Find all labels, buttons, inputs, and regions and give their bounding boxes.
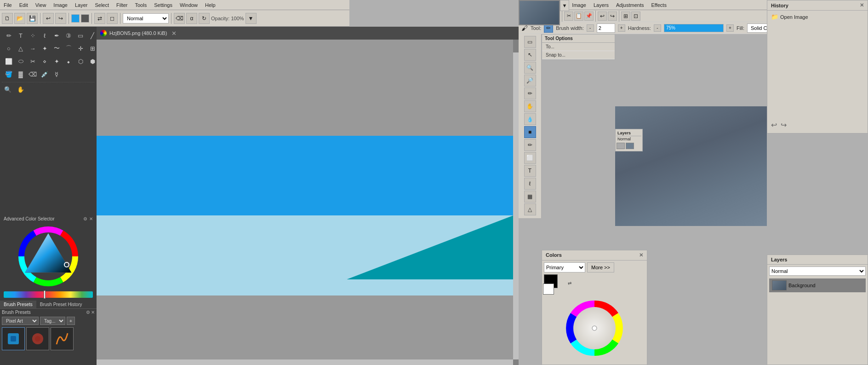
brush-tag-select[interactable]: Tag... bbox=[40, 317, 65, 325]
r-redo[interactable]: ↪ bbox=[608, 12, 617, 21]
to-snap[interactable]: Snap to... bbox=[542, 51, 615, 59]
save-button[interactable]: 💾 bbox=[27, 13, 38, 24]
menu-file[interactable]: File bbox=[2, 1, 14, 9]
menu-filter[interactable]: Filter bbox=[114, 1, 129, 9]
rt-paint[interactable]: ✏ bbox=[524, 87, 536, 99]
color-wheel[interactable] bbox=[16, 224, 80, 289]
color-selector-close[interactable]: ✕ bbox=[89, 216, 93, 221]
menu-image[interactable]: Image bbox=[51, 1, 69, 9]
rt-zoom2[interactable]: 🔎 bbox=[524, 75, 536, 87]
bg-color-swatch[interactable] bbox=[543, 284, 554, 295]
menu-help[interactable]: Help bbox=[203, 1, 217, 9]
hard-plus[interactable]: + bbox=[726, 24, 734, 32]
history-undo[interactable]: ↩ bbox=[771, 121, 777, 129]
rt-brush[interactable]: ✏ bbox=[524, 139, 536, 151]
tool-gradient[interactable]: ▓ bbox=[15, 69, 26, 80]
tool-select5[interactable]: ⬢ bbox=[87, 56, 98, 67]
rt-select-rect[interactable]: ▭ bbox=[524, 36, 536, 48]
right-canvas-image[interactable] bbox=[615, 106, 767, 226]
rt-color[interactable]: ■ bbox=[524, 126, 536, 138]
colors-close[interactable]: ✕ bbox=[639, 252, 643, 258]
bw-minus[interactable]: - bbox=[587, 24, 594, 32]
menu-settings[interactable]: Settings bbox=[152, 1, 174, 9]
rt-erase[interactable]: ⬜ bbox=[524, 152, 536, 164]
tool-select-crop[interactable]: ⬡ bbox=[75, 56, 86, 67]
rt-polygon[interactable]: △ bbox=[524, 203, 536, 215]
layers-blend-mode[interactable]: Normal bbox=[769, 267, 866, 276]
tab-close[interactable]: ✕ bbox=[171, 30, 177, 37]
bp-settings[interactable]: ⚙ bbox=[86, 310, 90, 315]
rt-zoom[interactable]: 🔍 bbox=[524, 62, 536, 74]
canvas-scroll[interactable] bbox=[97, 40, 519, 365]
bp-close[interactable]: ✕ bbox=[91, 310, 95, 315]
brush-category-select[interactable]: Pixel Art bbox=[2, 317, 39, 325]
brush-presets-tab[interactable]: Brush Presets bbox=[0, 301, 36, 308]
brush-item-3[interactable] bbox=[51, 327, 74, 350]
tool-eyedropper[interactable]: 💉 bbox=[39, 69, 50, 80]
history-redo[interactable]: ↪ bbox=[781, 121, 787, 129]
colors-type-select[interactable]: Primary bbox=[544, 262, 585, 272]
preserve-alpha[interactable]: α bbox=[186, 13, 197, 24]
tool-circle[interactable]: ○ bbox=[3, 43, 14, 54]
colors-wheel[interactable] bbox=[565, 298, 624, 358]
layer-item-background[interactable]: Background bbox=[769, 278, 866, 292]
tool-polygon[interactable]: △ bbox=[15, 43, 26, 54]
tool-select-rect[interactable]: ⬜ bbox=[3, 56, 14, 67]
redo-button[interactable]: ↪ bbox=[55, 13, 66, 24]
hue-bar[interactable] bbox=[4, 291, 93, 298]
erase-toggle[interactable]: ⌫ bbox=[174, 13, 185, 24]
r-cut[interactable]: ✂ bbox=[564, 12, 573, 21]
rt-grid[interactable]: ▦ bbox=[524, 191, 536, 203]
bw-plus[interactable]: + bbox=[618, 24, 625, 32]
tool-select-ellipse[interactable]: ⬭ bbox=[15, 56, 26, 67]
tool-arrow[interactable]: → bbox=[27, 43, 38, 54]
canvas-scrollbar-h[interactable] bbox=[97, 359, 513, 365]
tool-select-magic[interactable]: ⋄ bbox=[39, 56, 50, 67]
fg-color[interactable] bbox=[71, 14, 80, 23]
r-menu-layers[interactable]: Layers bbox=[592, 1, 611, 9]
canvas-scrollbar-v[interactable] bbox=[513, 52, 519, 359]
rt-fill[interactable]: 💧 bbox=[524, 113, 536, 125]
layer-vis-toggle[interactable] bbox=[617, 143, 625, 149]
history-close[interactable]: ✕ bbox=[860, 2, 864, 8]
tool-star[interactable]: ✦ bbox=[39, 43, 50, 54]
reset-colors[interactable]: ◻ bbox=[107, 13, 118, 24]
rt-move[interactable]: ↖ bbox=[524, 49, 536, 61]
tool-fill[interactable]: 🪣 bbox=[3, 69, 14, 80]
tool-freehand[interactable]: 〜 bbox=[51, 43, 62, 54]
colors-more-button[interactable]: More >> bbox=[587, 262, 614, 272]
tool-paint[interactable]: ✏ bbox=[3, 30, 14, 41]
tool-brush2[interactable]: ✒ bbox=[51, 30, 62, 41]
menu-tools[interactable]: Tools bbox=[133, 1, 149, 9]
r-ref[interactable]: ⊡ bbox=[631, 12, 640, 21]
tool-zoom[interactable]: 🔍 bbox=[2, 84, 13, 95]
r-menu-adjustments[interactable]: Adjustments bbox=[614, 1, 646, 9]
rt-bezier[interactable]: ℓ bbox=[524, 178, 536, 190]
hard-minus[interactable]: - bbox=[654, 24, 661, 32]
blend-mode-select[interactable]: Normal bbox=[123, 13, 169, 23]
swap-colors[interactable]: ⇄ bbox=[94, 13, 105, 24]
r-copy[interactable]: 📋 bbox=[574, 12, 583, 21]
undo-button[interactable]: ↩ bbox=[43, 13, 54, 24]
menu-select[interactable]: Select bbox=[93, 1, 111, 9]
wrap-button[interactable]: ↻ bbox=[199, 13, 210, 24]
tool-3[interactable]: ③ bbox=[63, 30, 74, 41]
brush-item-2[interactable] bbox=[26, 327, 49, 350]
opacity-down[interactable]: ▼ bbox=[246, 13, 257, 24]
tool-text[interactable]: T bbox=[15, 30, 26, 41]
canvas-image[interactable] bbox=[97, 40, 513, 359]
layer-thumb-mini[interactable] bbox=[626, 143, 634, 149]
r-undo[interactable]: ↩ bbox=[598, 12, 607, 21]
menu-edit[interactable]: Edit bbox=[17, 1, 30, 9]
color-selector-settings[interactable]: ⚙ bbox=[83, 216, 87, 221]
tool-pan[interactable]: ☿ bbox=[51, 69, 62, 80]
bg-color[interactable] bbox=[81, 14, 89, 23]
r-menu-effects[interactable]: Effects bbox=[650, 1, 668, 9]
hue-handle[interactable] bbox=[44, 290, 46, 299]
brush-width-input[interactable] bbox=[597, 23, 615, 33]
tool-transform[interactable]: ⊞ bbox=[87, 43, 98, 54]
rt-text[interactable]: T bbox=[524, 165, 536, 177]
brush-item-1[interactable] bbox=[2, 327, 25, 350]
menu-window[interactable]: Window bbox=[178, 1, 200, 9]
tool-move[interactable]: ✛ bbox=[75, 43, 86, 54]
